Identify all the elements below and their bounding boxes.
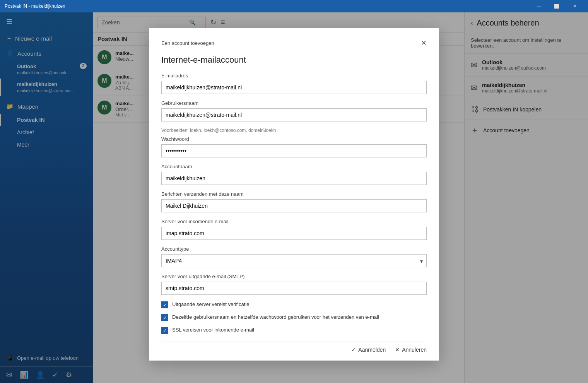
annuleren-icon: ✕ [395,347,400,353]
username-hint: Voorbeelden: loekh, loekh@contoso.com, d… [161,128,427,133]
maximize-button[interactable]: ⬜ [548,0,566,12]
username-label: Gebruikersnaam [161,100,427,106]
modal-title-bar: Een account toevoegen ✕ [161,39,427,49]
window-close-button[interactable]: ✕ [566,0,583,12]
password-label: Wachtwoord [161,136,427,142]
accountname-input[interactable] [161,172,427,185]
aanmelden-icon: ✓ [351,347,356,353]
checkbox-1[interactable]: ✓ [161,301,168,308]
modal-close-button[interactable]: ✕ [421,39,427,47]
modal-footer: ✓ Aanmelden ✕ Annuleren [161,342,427,353]
titlebar: Postvak IN - maikeldijkhuizen — ⬜ ✕ [0,0,588,12]
add-account-modal: Een account toevoegen ✕ Internet-e-maila… [149,28,439,361]
checkbox-3-label: SSL vereisen voor inkomende e-mail [172,327,254,333]
accounttype-select[interactable]: IMAP4 POP3 [161,254,427,267]
checkbox-1-label: Uitgaande server vereist verificatie [172,301,249,308]
checkbox-1-check: ✓ [163,302,167,308]
annuleren-button[interactable]: ✕ Annuleren [395,347,427,353]
email-label: E-mailadres [161,73,427,79]
outgoing-input[interactable] [161,282,427,295]
aanmelden-button[interactable]: ✓ Aanmelden [351,347,386,353]
titlebar-title: Postvak IN - maikeldijkhuizen [5,3,530,9]
username-input[interactable] [161,108,427,121]
accountname-label: Accountnaam [161,164,427,169]
checkbox-3[interactable]: ✓ [161,327,168,334]
incoming-input[interactable] [161,227,427,240]
modal-heading: Internet-e-mailaccount [161,55,427,65]
checkbox-3-check: ✓ [163,328,167,333]
titlebar-controls: — ⬜ ✕ [530,0,583,12]
checkbox-row-3: ✓ SSL vereisen voor inkomende e-mail [161,327,427,334]
accounttype-wrapper: IMAP4 POP3 ▾ [161,254,427,274]
modal-overlay: Een account toevoegen ✕ Internet-e-maila… [0,12,588,383]
aanmelden-label: Aanmelden [358,347,386,353]
sendname-input[interactable] [161,199,427,212]
annuleren-label: Annuleren [402,347,427,353]
modal-dialog-title: Een account toevoegen [161,40,214,46]
accounttype-label: Accounttype [161,246,427,252]
checkbox-row-2: ✓ Dezelfde gebruikersnaam en hetzelfde w… [161,314,427,321]
checkbox-2[interactable]: ✓ [161,314,168,321]
email-input[interactable] [161,81,427,94]
minimize-button[interactable]: — [530,0,548,12]
sendname-label: Berichten verzenden met deze naam [161,191,427,197]
checkbox-2-label: Dezelfde gebruikersnaam en hetzelfde wac… [172,314,379,321]
password-input[interactable] [161,144,427,157]
incoming-label: Server voor inkomende e-mail [161,219,427,224]
checkbox-row-1: ✓ Uitgaande server vereist verificatie [161,301,427,308]
outgoing-label: Server voor uitgaande e-mail (SMTP) [161,274,427,279]
checkbox-2-check: ✓ [163,315,167,321]
